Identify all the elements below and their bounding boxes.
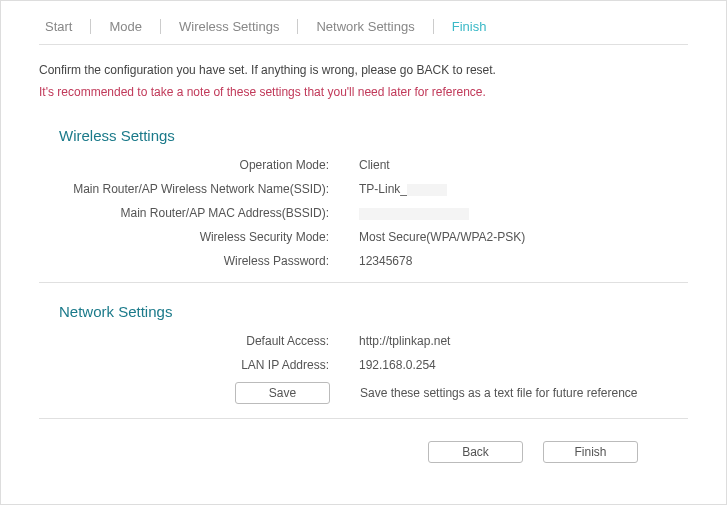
finish-button[interactable]: Finish (543, 441, 638, 463)
tab-mode[interactable]: Mode (91, 19, 161, 34)
label-lan-ip: LAN IP Address: (39, 358, 359, 372)
label-security-mode: Wireless Security Mode: (39, 230, 359, 244)
recommend-text: It's recommended to take a note of these… (39, 85, 688, 99)
masked-ssid-suffix (407, 184, 447, 196)
value-password: 12345678 (359, 254, 412, 268)
wizard-tabs: Start Mode Wireless Settings Network Set… (39, 19, 688, 45)
save-row: Save Save these settings as a text file … (39, 382, 688, 404)
wireless-settings-title: Wireless Settings (59, 127, 688, 144)
tab-start[interactable]: Start (39, 19, 91, 34)
value-operation-mode: Client (359, 158, 390, 172)
value-ssid: TP-Link_ (359, 182, 447, 196)
label-operation-mode: Operation Mode: (39, 158, 359, 172)
masked-bssid (359, 208, 469, 220)
tab-wireless-settings[interactable]: Wireless Settings (161, 19, 298, 34)
back-button[interactable]: Back (428, 441, 523, 463)
value-bssid (359, 206, 469, 220)
tab-network-settings[interactable]: Network Settings (298, 19, 433, 34)
value-default-access: http://tplinkap.net (359, 334, 450, 348)
confirm-text: Confirm the configuration you have set. … (39, 63, 688, 77)
row-password: Wireless Password: 12345678 (39, 254, 688, 268)
save-button[interactable]: Save (235, 382, 330, 404)
label-default-access: Default Access: (39, 334, 359, 348)
tab-finish[interactable]: Finish (434, 19, 505, 34)
section-divider-1 (39, 282, 688, 283)
row-operation-mode: Operation Mode: Client (39, 158, 688, 172)
value-security-mode: Most Secure(WPA/WPA2-PSK) (359, 230, 525, 244)
label-bssid: Main Router/AP MAC Address(BSSID): (39, 206, 359, 220)
row-bssid: Main Router/AP MAC Address(BSSID): (39, 206, 688, 220)
footer-buttons: Back Finish (39, 441, 638, 463)
section-divider-2 (39, 418, 688, 419)
row-ssid: Main Router/AP Wireless Network Name(SSI… (39, 182, 688, 196)
wireless-settings-body: Operation Mode: Client Main Router/AP Wi… (39, 158, 688, 268)
label-ssid: Main Router/AP Wireless Network Name(SSI… (39, 182, 359, 196)
row-security-mode: Wireless Security Mode: Most Secure(WPA/… (39, 230, 688, 244)
row-default-access: Default Access: http://tplinkap.net (39, 334, 688, 348)
value-lan-ip: 192.168.0.254 (359, 358, 436, 372)
network-settings-title: Network Settings (59, 303, 688, 320)
label-password: Wireless Password: (39, 254, 359, 268)
save-hint: Save these settings as a text file for f… (360, 386, 637, 400)
row-lan-ip: LAN IP Address: 192.168.0.254 (39, 358, 688, 372)
network-settings-body: Default Access: http://tplinkap.net LAN … (39, 334, 688, 404)
